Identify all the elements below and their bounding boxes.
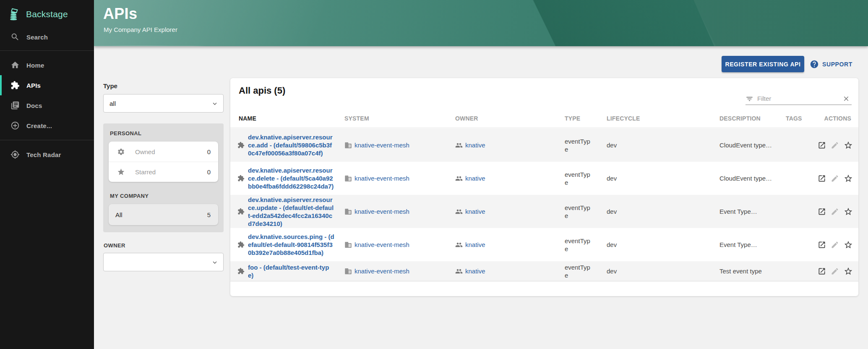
add-circle-icon: [10, 121, 20, 130]
api-table-card: All apis (5) NAME SYSTEM OWNER TYPE LIFE…: [230, 78, 858, 296]
owner-link[interactable]: knative: [465, 175, 485, 182]
filter-starred[interactable]: Starred 0: [109, 162, 218, 182]
api-description: Event Type…: [719, 208, 757, 215]
sidebar-item-search[interactable]: Search: [0, 28, 94, 46]
api-lifecycle: dev: [607, 208, 617, 215]
column-header-description[interactable]: DESCRIPTION: [719, 115, 786, 122]
table-row: dev.knative.apiserver.resource.update - …: [230, 195, 858, 228]
filters-panel: Type all PERSONAL Owned 0 Starred 0: [103, 82, 224, 271]
sidebar-item-docs[interactable]: Docs: [0, 95, 94, 115]
star-outline-icon[interactable]: [844, 174, 853, 183]
close-icon[interactable]: [842, 95, 850, 102]
star-outline-icon[interactable]: [844, 240, 853, 249]
chevron-down-icon: [211, 259, 218, 266]
filter-owned-label: Owned: [135, 148, 207, 155]
sidebar-item-apis[interactable]: APIs: [0, 75, 94, 95]
edit-icon[interactable]: [831, 141, 839, 150]
api-description: CloudEvent type…: [719, 142, 772, 149]
open-in-new-icon[interactable]: [818, 141, 826, 150]
system-link[interactable]: knative-event-mesh: [354, 208, 409, 215]
owner-link[interactable]: knative: [465, 241, 485, 248]
edit-icon[interactable]: [831, 174, 839, 183]
filter-owned[interactable]: Owned 0: [109, 142, 218, 162]
owner-link[interactable]: knative: [465, 268, 485, 275]
open-in-new-icon[interactable]: [818, 174, 826, 183]
column-header-owner[interactable]: OWNER: [455, 115, 565, 122]
sidebar-item-home[interactable]: Home: [0, 55, 94, 75]
column-header-name[interactable]: NAME: [237, 115, 344, 122]
open-in-new-icon[interactable]: [818, 241, 826, 249]
column-header-actions: ACTIONS: [818, 115, 858, 122]
company-section-label: MY COMPANY: [110, 193, 218, 199]
api-lifecycle: dev: [607, 241, 617, 248]
column-header-system[interactable]: SYSTEM: [344, 115, 455, 122]
edit-icon[interactable]: [831, 207, 839, 216]
group-icon: [455, 208, 462, 215]
api-description: Test event type: [719, 268, 762, 275]
type-select[interactable]: all: [103, 94, 224, 113]
table-row: dev.knative.apiserver.resource.add - (de…: [230, 129, 858, 162]
api-type: eventType: [565, 171, 592, 186]
api-lifecycle: dev: [607, 142, 617, 149]
table-row: foo - (default/test-event-type) knative-…: [230, 261, 858, 281]
owner-link[interactable]: knative: [465, 208, 485, 215]
system-link[interactable]: knative-event-mesh: [354, 268, 409, 275]
backstage-logo[interactable]: Backstage: [0, 0, 94, 28]
system-link[interactable]: knative-event-mesh: [354, 175, 409, 182]
filter-starred-label: Starred: [135, 168, 207, 176]
system-link[interactable]: knative-event-mesh: [354, 241, 409, 248]
system-link[interactable]: knative-event-mesh: [354, 142, 409, 149]
open-in-new-icon[interactable]: [818, 267, 826, 276]
column-header-tags[interactable]: TAGS: [786, 115, 818, 122]
puzzle-icon: [10, 81, 20, 90]
personal-section-label: PERSONAL: [110, 130, 218, 136]
register-existing-api-button[interactable]: REGISTER EXISTING API: [722, 56, 804, 72]
filter-starred-count: 0: [207, 168, 211, 176]
puzzle-icon: [237, 142, 245, 149]
type-select-value: all: [109, 100, 116, 107]
column-header-lifecycle[interactable]: LIFECYCLE: [607, 115, 719, 122]
home-icon: [10, 60, 20, 70]
table-body: dev.knative.apiserver.resource.add - (de…: [230, 129, 858, 281]
puzzle-icon: [237, 241, 245, 248]
api-name-link[interactable]: dev.knative.sources.ping - (default/et-d…: [248, 233, 334, 257]
api-type: eventType: [565, 204, 592, 220]
star-outline-icon[interactable]: [844, 141, 853, 150]
star-outline-icon[interactable]: [844, 267, 853, 276]
api-description: Event Type…: [719, 241, 757, 248]
group-icon: [455, 175, 462, 182]
edit-icon[interactable]: [831, 241, 839, 249]
chevron-down-icon: [211, 100, 218, 107]
table-row: dev.knative.sources.ping - (default/et-d…: [230, 228, 858, 261]
page-header: APIs My Company API Explorer: [94, 0, 868, 46]
api-type: eventType: [565, 263, 592, 279]
sidebar-item-create[interactable]: Create...: [0, 115, 94, 136]
owner-link[interactable]: knative: [465, 142, 485, 149]
api-name-link[interactable]: dev.knative.apiserver.resource.delete - …: [248, 166, 334, 190]
open-in-new-icon[interactable]: [818, 207, 826, 216]
sidebar-item-docs-label: Docs: [26, 102, 42, 109]
filter-all-label: All: [115, 211, 207, 218]
star-outline-icon[interactable]: [844, 207, 853, 216]
filter-owned-count: 0: [207, 148, 211, 155]
sidebar-item-tech-radar[interactable]: Tech Radar: [0, 144, 94, 165]
owner-select[interactable]: [103, 253, 224, 271]
filter-underline: [745, 105, 852, 105]
table-title: All apis (5): [239, 85, 285, 96]
table-row: dev.knative.apiserver.resource.delete - …: [230, 162, 858, 195]
edit-icon[interactable]: [831, 267, 839, 276]
table-header-row: NAME SYSTEM OWNER TYPE LIFECYCLE DESCRIP…: [230, 109, 858, 128]
api-name-link[interactable]: dev.knative.apiserver.resource.update - …: [248, 196, 334, 228]
support-button[interactable]: SUPPORT: [810, 59, 852, 69]
puzzle-icon: [237, 175, 245, 182]
table-filter-input[interactable]: [757, 93, 833, 103]
api-name-link[interactable]: foo - (default/test-event-type): [248, 263, 334, 279]
sidebar: Backstage Search Home APIs Docs Create..…: [0, 0, 94, 349]
column-header-type[interactable]: TYPE: [565, 115, 607, 122]
backstage-logo-text: Backstage: [26, 9, 68, 19]
sidebar-item-create-label: Create...: [26, 122, 52, 129]
radar-icon: [10, 150, 20, 159]
filter-all[interactable]: All 5: [109, 204, 218, 225]
api-name-link[interactable]: dev.knative.apiserver.resource.add - (de…: [248, 133, 334, 157]
domain-icon: [344, 241, 352, 248]
